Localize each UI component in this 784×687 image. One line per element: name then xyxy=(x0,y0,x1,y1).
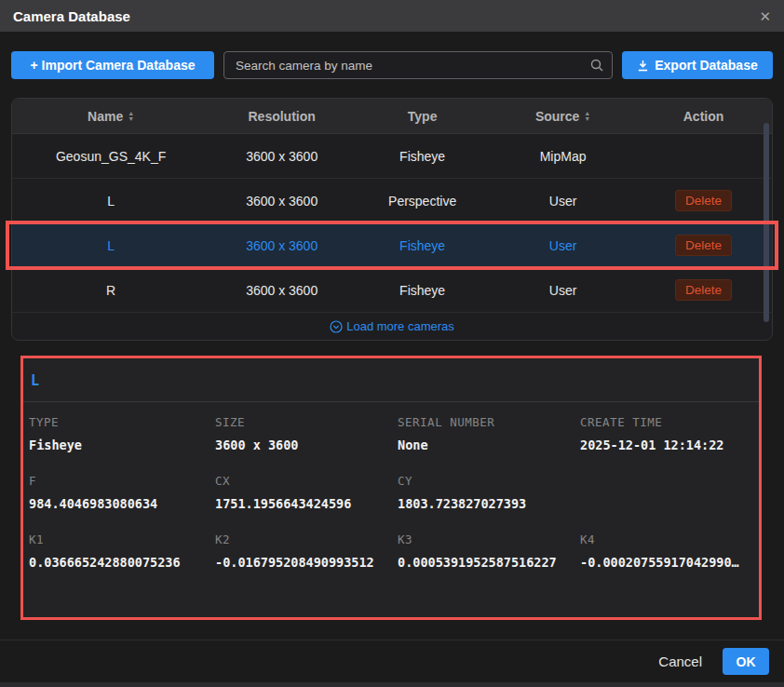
background-content-strip xyxy=(0,682,784,687)
load-more-cameras-link[interactable]: Load more cameras xyxy=(12,313,772,340)
detail-field-create-time: CREATE TIME 2025-12-01 12:14:22 xyxy=(580,415,759,452)
detail-field-serial-number: SERIAL NUMBER None xyxy=(398,415,580,452)
cancel-button[interactable]: Cancel xyxy=(658,653,702,669)
camera-action: Delete xyxy=(635,279,772,301)
sort-icon[interactable]: ▲ ▼ xyxy=(584,111,590,122)
detail-field-k1: K1 0.036665242880075236 xyxy=(29,532,215,570)
search-box xyxy=(223,51,613,79)
detail-field-cx: CX 1751.1956643424596 xyxy=(215,474,398,511)
table-row[interactable]: Geosun_GS_4K_F 3600 x 3600 Fisheye MipMa… xyxy=(12,134,772,179)
ok-button[interactable]: OK xyxy=(723,648,769,675)
camera-name: Geosun_GS_4K_F xyxy=(12,149,210,164)
table-row[interactable]: R 3600 x 3600 Fisheye User Delete xyxy=(12,268,772,313)
camera-source: MipMap xyxy=(491,149,635,164)
camera-source: User xyxy=(491,283,635,298)
column-header-type: Type xyxy=(354,109,491,124)
detail-field-f: F 984.4046983080634 xyxy=(29,474,215,511)
table-row[interactable]: L 3600 x 3600 Perspective User Delete xyxy=(12,179,772,223)
camera-resolution: 3600 x 3600 xyxy=(210,149,354,164)
camera-source: User xyxy=(491,194,635,209)
export-database-label: Export Database xyxy=(655,58,757,73)
column-header-name[interactable]: Name ▲ ▼ xyxy=(12,109,210,124)
chevron-down-circle-icon xyxy=(330,320,343,333)
close-icon[interactable]: ✕ xyxy=(759,9,771,23)
camera-name: R xyxy=(12,283,210,298)
camera-name: L xyxy=(12,238,210,253)
column-header-source[interactable]: Source ▲ ▼ xyxy=(491,109,635,124)
camera-resolution: 3600 x 3600 xyxy=(210,283,354,298)
detail-field-k4: K4 -0.00020755917042990… xyxy=(580,532,759,570)
column-header-action: Action xyxy=(635,109,772,124)
download-icon xyxy=(637,60,649,72)
dialog-titlebar: Camera Database ✕ xyxy=(0,0,784,32)
detail-field-k2: K2 -0.016795208490993512 xyxy=(215,532,398,570)
delete-button[interactable]: Delete xyxy=(675,235,732,256)
delete-button[interactable]: Delete xyxy=(675,279,732,301)
detail-field-size: SIZE 3600 x 3600 xyxy=(215,415,398,452)
search-input[interactable] xyxy=(223,51,613,79)
camera-type: Perspective xyxy=(354,194,491,209)
camera-action: Delete xyxy=(635,190,772,211)
table-header: Name ▲ ▼ Resolution Type Source ▲ ▼ Acti… xyxy=(12,99,772,134)
column-header-resolution: Resolution xyxy=(210,109,354,124)
camera-type: Fisheye xyxy=(354,149,491,164)
camera-details-panel: L TYPE Fisheye SIZE 3600 x 3600 SERIAL N… xyxy=(20,356,762,620)
dialog-title: Camera Database xyxy=(13,8,130,24)
camera-type: Fisheye xyxy=(354,238,491,253)
delete-button[interactable]: Delete xyxy=(675,190,732,211)
detail-field-empty xyxy=(580,474,759,511)
import-camera-database-button[interactable]: + Import Camera Database xyxy=(11,51,214,79)
export-database-button[interactable]: Export Database xyxy=(622,51,773,79)
camera-name: L xyxy=(12,194,210,209)
camera-resolution: 3600 x 3600 xyxy=(210,194,354,209)
detail-field-k3: K3 0.0005391952587516227 xyxy=(398,532,580,570)
load-more-label: Load more cameras xyxy=(346,319,454,333)
table-row-selected[interactable]: L 3600 x 3600 Fisheye User Delete xyxy=(12,223,772,268)
toolbar: + Import Camera Database Export Database xyxy=(11,51,773,79)
camera-table: Name ▲ ▼ Resolution Type Source ▲ ▼ Acti… xyxy=(11,98,773,341)
camera-source: User xyxy=(491,238,635,253)
search-icon xyxy=(589,58,604,73)
camera-action: Delete xyxy=(635,235,772,256)
dialog-footer: Cancel OK xyxy=(0,640,784,682)
detail-field-type: TYPE Fisheye xyxy=(29,415,215,452)
table-scrollbar[interactable] xyxy=(764,123,769,322)
camera-resolution: 3600 x 3600 xyxy=(210,238,354,253)
details-grid: TYPE Fisheye SIZE 3600 x 3600 SERIAL NUM… xyxy=(23,402,759,570)
detail-field-cy: CY 1803.723827027393 xyxy=(398,474,580,511)
sort-icon[interactable]: ▲ ▼ xyxy=(128,111,134,122)
details-camera-name: L xyxy=(23,358,759,402)
camera-type: Fisheye xyxy=(354,283,491,298)
